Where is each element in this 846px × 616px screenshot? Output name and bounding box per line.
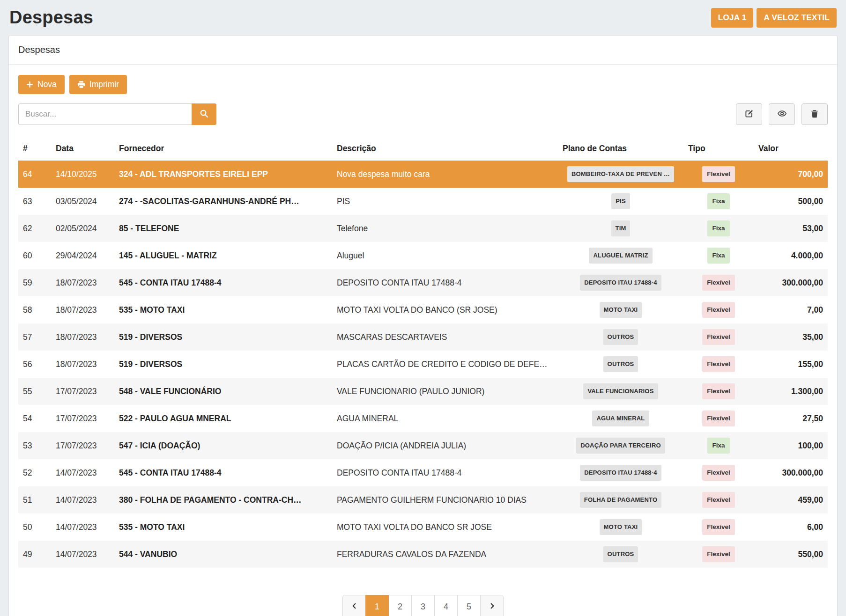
delete-button[interactable]	[801, 103, 828, 125]
cell-supplier: 85 - TELEFONE	[114, 215, 332, 242]
store-button[interactable]: LOJA 1	[711, 8, 754, 28]
cell-supplier: 544 - VANUBIO	[114, 541, 332, 568]
table-row[interactable]: 5317/07/2023547 - ICIA (DOAÇÃO)DOAÇÃO P/…	[18, 432, 828, 459]
cell-id: 58	[18, 296, 51, 323]
pagination-group: 12345	[342, 595, 504, 616]
next-page-button[interactable]	[480, 595, 504, 616]
cell-id: 56	[18, 351, 51, 378]
cell-date: 18/07/2023	[51, 323, 114, 351]
table-row[interactable]: 5417/07/2023522 - PAULO AGUA MNERALAGUA …	[18, 405, 828, 432]
cell-value: 6,00	[754, 513, 828, 541]
company-button[interactable]: A VELOZ TEXTIL	[757, 8, 837, 28]
cell-value: 100,00	[754, 432, 828, 459]
cell-supplier: 519 - DIVERSOS	[114, 323, 332, 351]
cell-date: 02/05/2024	[51, 215, 114, 242]
plan-badge: OUTROS	[603, 329, 638, 345]
prev-page-button[interactable]	[342, 595, 366, 616]
type-badge: Flexível	[702, 546, 735, 562]
cell-date: 14/07/2023	[51, 541, 114, 568]
cell-type: Fixa	[683, 432, 754, 459]
cell-supplier: 519 - DIVERSOS	[114, 351, 332, 378]
edit-button[interactable]	[736, 103, 762, 125]
page-button-5[interactable]: 5	[457, 595, 481, 616]
cell-value: 155,00	[754, 351, 828, 378]
table-row[interactable]: 5214/07/2023545 - CONTA ITAU 17488-4DEPO…	[18, 459, 828, 486]
print-label: Imprimir	[89, 80, 119, 89]
cell-description: DEPOSITO CONTA ITAU 17488-4	[332, 269, 558, 296]
cell-plan: DOAÇÃO PARA TERCEIRO	[558, 432, 683, 459]
cell-type: Flexível	[683, 459, 754, 486]
table-row[interactable]: 5114/07/2023380 - FOLHA DE PAGAMENTO - C…	[18, 486, 828, 513]
table-row[interactable]: 5818/07/2023535 - MOTO TAXIMOTO TAXI VOL…	[18, 296, 828, 323]
table-row[interactable]: 5517/07/2023548 - VALE FUNCIONÁRIOVALE F…	[18, 378, 828, 405]
type-badge: Fixa	[707, 220, 729, 236]
print-button[interactable]: Imprimir	[69, 75, 127, 94]
cell-plan: BOMBEIRO-TAXA DE PREVEN …	[558, 161, 683, 188]
page-numbers: 12345	[366, 595, 481, 616]
plan-badge: DOAÇÃO PARA TERCEIRO	[576, 438, 665, 454]
cell-description: Telefone	[332, 215, 558, 242]
cell-id: 49	[18, 541, 51, 568]
cell-type: Fixa	[683, 188, 754, 215]
cell-type: Flexível	[683, 161, 754, 188]
plus-icon	[26, 81, 33, 88]
cell-id: 59	[18, 269, 51, 296]
cell-plan: DEPOSITO ITAU 17488-4	[558, 269, 683, 296]
plan-badge: MOTO TAXI	[600, 519, 642, 535]
cell-plan: PIS	[558, 188, 683, 215]
cell-value: 1.300,00	[754, 378, 828, 405]
search-button[interactable]	[192, 103, 216, 125]
cell-type: Flexível	[683, 378, 754, 405]
col-header-date: Data	[51, 137, 114, 161]
trash-icon	[810, 110, 819, 119]
pagination: 12345	[18, 595, 828, 616]
search-input[interactable]	[18, 103, 192, 125]
cell-description: PIS	[332, 188, 558, 215]
page-button-2[interactable]: 2	[388, 595, 412, 616]
cell-id: 51	[18, 486, 51, 513]
type-badge: Flexível	[702, 465, 735, 481]
cell-date: 18/07/2023	[51, 269, 114, 296]
cell-supplier: 274 - -SACOLITAS-GARANHUNS-ANDRÉ PH…	[114, 188, 332, 215]
cell-description: Nova despesa muito cara	[332, 161, 558, 188]
plan-badge: AGUA MINERAL	[592, 411, 649, 426]
cell-value: 500,00	[754, 188, 828, 215]
cell-id: 62	[18, 215, 51, 242]
table-row[interactable]: 5918/07/2023545 - CONTA ITAU 17488-4DEPO…	[18, 269, 828, 296]
plan-badge: PIS	[611, 193, 630, 209]
new-expense-button[interactable]: Nova	[18, 75, 65, 94]
plan-badge: DEPOSITO ITAU 17488-4	[580, 465, 661, 481]
cell-date: 17/07/2023	[51, 405, 114, 432]
page-button-3[interactable]: 3	[411, 595, 435, 616]
cell-description: PAGAMENTO GUILHERM FUNCIONARIO 10 DIAS	[332, 486, 558, 513]
toolbar: Nova Imprimir	[18, 75, 828, 94]
table-row[interactable]: 5014/07/2023535 - MOTO TAXIMOTO TAXI VOL…	[18, 513, 828, 541]
table-row[interactable]: 5618/07/2023519 - DIVERSOSPLACAS CARTÃO …	[18, 351, 828, 378]
table-row[interactable]: 6303/05/2024274 - -SACOLITAS-GARANHUNS-A…	[18, 188, 828, 215]
cell-description: MOTO TAXI VOLTA DO BANCO (SR JOSE)	[332, 296, 558, 323]
table-row[interactable]: 5718/07/2023519 - DIVERSOSMASCARAS DESCA…	[18, 323, 828, 351]
table-header-row: # Data Fornecedor Descrição Plano de Con…	[18, 137, 828, 161]
table-row[interactable]: 4914/07/2023544 - VANUBIOFERRADURAS CAVA…	[18, 541, 828, 568]
topbar-actions: LOJA 1 A VELOZ TEXTIL	[711, 8, 837, 28]
cell-description: FERRADURAS CAVALOS DA FAZENDA	[332, 541, 558, 568]
view-button[interactable]	[769, 103, 795, 125]
edit-icon	[745, 109, 754, 119]
cell-plan: OUTROS	[558, 541, 683, 568]
page-button-1[interactable]: 1	[365, 595, 389, 616]
cell-type: Flexível	[683, 296, 754, 323]
type-badge: Fixa	[707, 248, 729, 264]
table-row[interactable]: 6202/05/202485 - TELEFONETelefoneTIMFixa…	[18, 215, 828, 242]
cell-date: 14/07/2023	[51, 513, 114, 541]
table-row[interactable]: 6029/04/2024145 - ALUGUEL - MATRIZAlugue…	[18, 242, 828, 269]
table-row[interactable]: 6414/10/2025324 - ADL TRANSPORTES EIRELI…	[18, 161, 828, 188]
col-header-description: Descrição	[332, 137, 558, 161]
type-badge: Flexível	[702, 302, 735, 318]
page-button-4[interactable]: 4	[434, 595, 458, 616]
cell-date: 18/07/2023	[51, 351, 114, 378]
cell-date: 03/05/2024	[51, 188, 114, 215]
cell-type: Flexível	[683, 323, 754, 351]
cell-plan: OUTROS	[558, 323, 683, 351]
topbar: Despesas LOJA 1 A VELOZ TEXTIL	[9, 7, 837, 28]
cell-description: MOTO TAXI VOLTA DO BANCO SR JOSE	[332, 513, 558, 541]
